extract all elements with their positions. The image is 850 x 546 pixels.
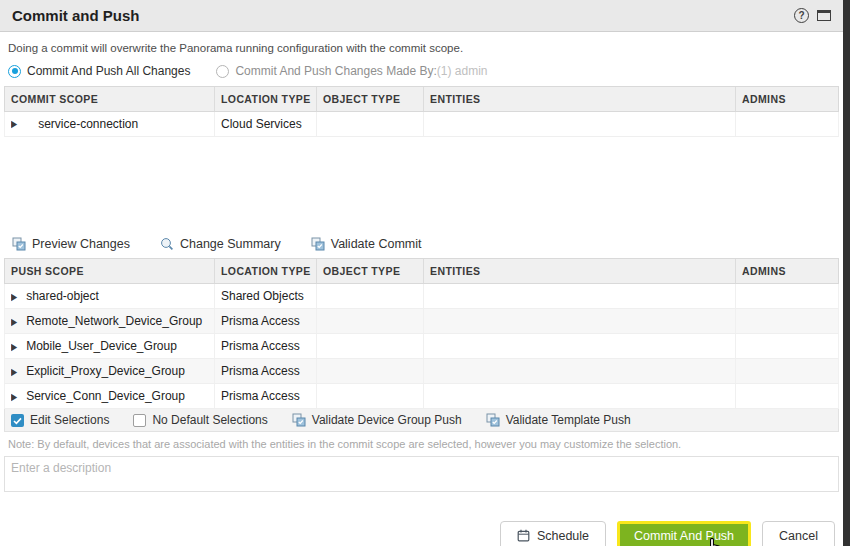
commit-scope-options: Commit And Push All Changes Commit And P… — [0, 59, 843, 86]
entities-cell — [424, 112, 736, 136]
object-type-cell — [317, 359, 424, 383]
edit-selections-icon — [11, 414, 24, 427]
location-type-cell: Prisma Access — [215, 309, 317, 333]
commit-table-header: COMMIT SCOPE LOCATION TYPE OBJECT TYPE E… — [4, 86, 839, 112]
background-screen-edge — [843, 0, 850, 546]
row-scope-label: service-connection — [38, 117, 138, 131]
validate-device-group-push-icon — [292, 413, 306, 427]
schedule-label: Schedule — [537, 529, 589, 543]
expand-arrow-icon[interactable]: ▶ — [11, 341, 17, 352]
no-default-selections-label: No Default Selections — [152, 413, 267, 427]
schedule-button[interactable]: Schedule — [500, 521, 606, 546]
validate-commit-label: Validate Commit — [331, 237, 422, 251]
intro-text: Doing a commit will overwrite the Panora… — [0, 32, 843, 59]
location-type-cell: Prisma Access — [215, 334, 317, 358]
object-type-cell — [317, 384, 424, 408]
radio-changes-made-by[interactable] — [216, 65, 229, 78]
row-scope-label: Remote_Network_Device_Group — [26, 314, 202, 328]
schedule-icon — [517, 529, 530, 542]
row-scope-label: shared-object — [26, 289, 99, 303]
validate-template-push-button[interactable]: Validate Template Push — [486, 413, 631, 427]
admins-cell — [736, 112, 838, 136]
object-type-cell — [317, 284, 424, 308]
table-row[interactable]: ▶ Mobile_User_Device_Group Prisma Access — [4, 334, 839, 359]
commit-and-push-label: Commit And Push — [634, 529, 734, 543]
column-header: OBJECT TYPE — [317, 259, 424, 283]
location-type-cell: Prisma Access — [215, 384, 317, 408]
admins-cell — [736, 359, 838, 383]
radio-all-changes-label: Commit And Push All Changes — [27, 64, 190, 78]
help-icon[interactable]: ? — [794, 8, 809, 23]
row-scope-label: Explicit_Proxy_Device_Group — [26, 364, 185, 378]
commit-scope-table: COMMIT SCOPE LOCATION TYPE OBJECT TYPE E… — [4, 86, 839, 230]
table-row[interactable]: ▶ Service_Conn_Device_Group Prisma Acces… — [4, 384, 839, 409]
column-header: LOCATION TYPE — [215, 259, 317, 283]
validate-template-push-label: Validate Template Push — [506, 413, 631, 427]
expand-arrow-icon[interactable]: ▶ — [11, 291, 17, 302]
entities-cell — [424, 359, 736, 383]
table-row[interactable]: ▶ Explicit_Proxy_Device_Group Prisma Acc… — [4, 359, 839, 384]
column-header: ADMINS — [736, 87, 838, 111]
description-input[interactable] — [4, 456, 839, 492]
change-summary-icon — [160, 237, 174, 251]
validate-device-group-push-button[interactable]: Validate Device Group Push — [292, 413, 462, 427]
object-type-cell — [317, 334, 424, 358]
location-type-cell: Prisma Access — [215, 359, 317, 383]
column-header: ENTITIES — [424, 87, 736, 111]
scope-cell: ▶ Mobile_User_Device_Group — [5, 334, 215, 358]
column-header: LOCATION TYPE — [215, 87, 317, 111]
admins-cell — [736, 384, 838, 408]
expand-arrow-icon[interactable]: ▶ — [11, 316, 17, 327]
preview-changes-button[interactable]: Preview Changes — [12, 237, 130, 251]
maximize-icon[interactable] — [817, 10, 831, 21]
scope-cell: ▶ service-connection — [5, 112, 215, 136]
changes-made-by-detail: (1) admin — [437, 64, 488, 78]
footer-button-bar: Schedule Commit And Push Cancel — [0, 521, 843, 546]
entities-cell — [424, 284, 736, 308]
expand-arrow-icon[interactable]: ▶ — [11, 391, 17, 402]
no-default-selections-checkbox[interactable] — [133, 414, 146, 427]
column-header: OBJECT TYPE — [317, 87, 424, 111]
column-header: COMMIT SCOPE — [5, 87, 215, 111]
radio-all-changes[interactable] — [8, 65, 21, 78]
scope-cell: ▶ Explicit_Proxy_Device_Group — [5, 359, 215, 383]
location-type-cell: Shared Objects — [215, 284, 317, 308]
commit-and-push-button[interactable]: Commit And Push — [617, 521, 751, 546]
entities-cell — [424, 309, 736, 333]
commit-actions-toolbar: Preview Changes Change Summary Validate … — [0, 230, 843, 258]
preview-changes-icon — [12, 237, 26, 251]
commit-table-empty-area — [4, 137, 839, 230]
validate-commit-button[interactable]: Validate Commit — [311, 237, 422, 251]
expand-arrow-icon[interactable]: ▶ — [11, 366, 17, 377]
change-summary-button[interactable]: Change Summary — [160, 237, 281, 251]
edit-selections-label: Edit Selections — [30, 413, 109, 427]
change-summary-label: Change Summary — [180, 237, 281, 251]
admins-cell — [736, 284, 838, 308]
location-type-cell: Cloud Services — [215, 112, 317, 136]
validate-device-group-push-label: Validate Device Group Push — [312, 413, 462, 427]
cancel-button[interactable]: Cancel — [762, 521, 835, 546]
scope-cell: ▶ shared-object — [5, 284, 215, 308]
column-header: ADMINS — [736, 259, 838, 283]
titlebar-icons: ? — [794, 8, 831, 23]
table-row[interactable]: ▶ Remote_Network_Device_Group Prisma Acc… — [4, 309, 839, 334]
column-header: PUSH SCOPE — [5, 259, 215, 283]
object-type-cell — [317, 112, 424, 136]
table-row[interactable]: ▶ service-connection Cloud Services — [4, 112, 839, 137]
no-default-selections-option[interactable]: No Default Selections — [133, 413, 267, 427]
column-header: ENTITIES — [424, 259, 736, 283]
admins-cell — [736, 309, 838, 333]
validate-commit-icon — [311, 237, 325, 251]
dialog-title: Commit and Push — [12, 7, 140, 24]
table-row[interactable]: ▶ shared-object Shared Objects — [4, 284, 839, 309]
push-table-header: PUSH SCOPE LOCATION TYPE OBJECT TYPE ENT… — [4, 258, 839, 284]
row-scope-label: Service_Conn_Device_Group — [26, 389, 185, 403]
radio-changes-made-by-label: Commit And Push Changes Made By: — [235, 64, 436, 78]
cancel-label: Cancel — [779, 529, 818, 543]
edit-selections-button[interactable]: Edit Selections — [11, 413, 109, 427]
preview-changes-label: Preview Changes — [32, 237, 130, 251]
commit-and-push-dialog: Commit and Push ? Doing a commit will ov… — [0, 0, 843, 546]
dialog-titlebar: Commit and Push ? — [0, 0, 843, 32]
validate-template-push-icon — [486, 413, 500, 427]
expand-arrow-icon[interactable]: ▶ — [11, 119, 17, 130]
